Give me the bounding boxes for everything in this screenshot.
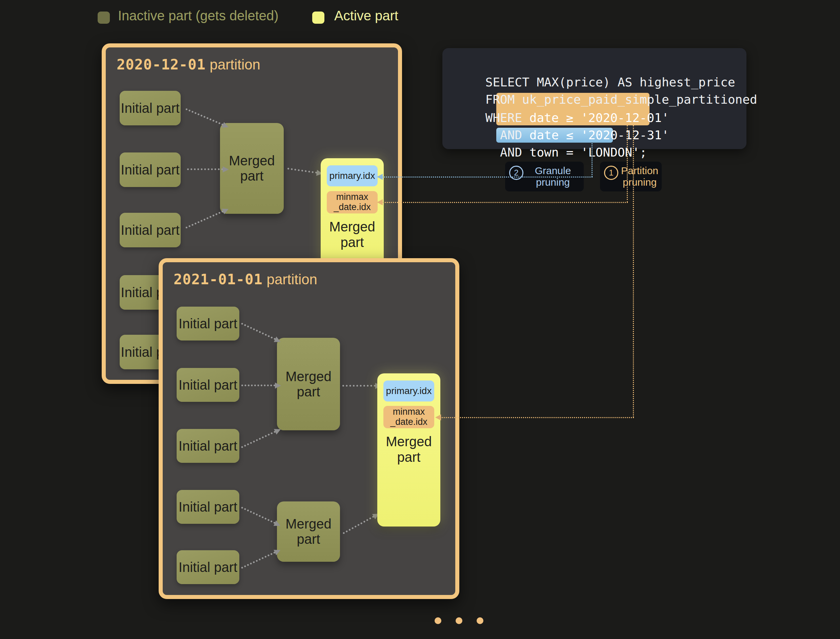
- partition-pruning-badge: 1 Partition pruning: [600, 162, 662, 191]
- active-merged-label: Merged part: [377, 434, 440, 465]
- minmax-idx-line2: _date.idx: [333, 202, 371, 213]
- partition-word: partition: [210, 57, 260, 73]
- merge-arrow: [287, 168, 317, 173]
- legend-active-swatch: [312, 11, 324, 24]
- merged-part-inactive: Merged part: [277, 338, 340, 430]
- merged-part-inactive: Merged part: [277, 501, 340, 562]
- initial-part: Initial part: [120, 91, 181, 126]
- step-1-circle-icon: 1: [604, 166, 618, 180]
- carousel-dot[interactable]: [435, 617, 442, 624]
- step-number: 2: [514, 168, 518, 178]
- partition-date: 2020-12-01: [116, 56, 206, 73]
- merge-arrow: [185, 108, 223, 126]
- diagram-canvas: Inactive part (gets deleted) Active part…: [0, 0, 840, 639]
- active-merged-label: Merged part: [321, 219, 384, 250]
- initial-part: Initial part: [177, 550, 239, 584]
- primary-idx-chip: primary.idx: [383, 380, 434, 402]
- partition-box-2021-01-01: 2021-01-01 partition Initial part Initia…: [159, 258, 459, 599]
- minmax-date-idx-chip: minmax _date.idx: [327, 191, 378, 213]
- merge-arrow: [241, 323, 276, 340]
- partition-pruning-line: [440, 417, 634, 418]
- initial-part: Initial part: [177, 490, 239, 524]
- initial-part: Initial part: [120, 213, 181, 247]
- merge-arrow: [343, 516, 374, 534]
- primary-idx-label: primary.idx: [386, 386, 432, 396]
- merge-arrow: [343, 385, 376, 386]
- legend-inactive-label: Inactive part (gets deleted): [118, 8, 279, 23]
- partition-date: 2021-01-01: [174, 271, 263, 288]
- partition-pruning-arrowhead-icon: [435, 414, 441, 420]
- carousel-dot[interactable]: [477, 617, 483, 624]
- partition-word: partition: [267, 272, 317, 287]
- active-merged-part: primary.idx minmax _date.idx Merged part: [377, 374, 440, 526]
- minmax-idx-line1: minmax: [336, 192, 368, 202]
- primary-idx-chip: primary.idx: [327, 165, 378, 186]
- initial-part: Initial part: [177, 429, 239, 463]
- initial-part: Initial part: [177, 368, 239, 402]
- primary-idx-label: primary.idx: [330, 170, 375, 181]
- partition-pruning-line: [383, 202, 628, 203]
- partition-pruning-line: [627, 126, 628, 202]
- sql-semicolon: ;: [640, 145, 647, 159]
- partition-pruning-arrowhead-icon: [377, 199, 383, 205]
- step-number: 1: [609, 168, 613, 178]
- initial-part: Initial part: [177, 307, 239, 340]
- merge-arrow: [241, 552, 276, 569]
- carousel-dot[interactable]: [456, 617, 462, 624]
- merge-arrow: [241, 431, 276, 448]
- merge-arrow: [187, 168, 223, 170]
- granule-pruning-line: [383, 176, 593, 178]
- granule-pruning-line: [591, 141, 593, 177]
- granule-pruning-arrowhead-icon: [377, 174, 383, 180]
- minmax-idx-line2: _date.idx: [390, 417, 427, 427]
- merge-arrow: [241, 385, 275, 386]
- legend-inactive-swatch: [98, 11, 110, 24]
- partition-title: 2021-01-01 partition: [174, 271, 317, 288]
- initial-part: Initial part: [120, 153, 181, 187]
- legend-active-label: Active part: [334, 8, 398, 23]
- partition-title: 2020-12-01 partition: [116, 56, 260, 73]
- step-2-circle-icon: 2: [509, 166, 523, 180]
- active-merged-part: primary.idx minmax _date.idx Merged part: [321, 158, 384, 270]
- merge-arrow: [185, 210, 224, 229]
- merged-part-inactive: Merged part: [220, 123, 284, 214]
- sql-and-keyword: AND: [485, 145, 529, 159]
- partition-pruning-line: [633, 126, 634, 417]
- minmax-date-idx-chip: minmax _date.idx: [383, 406, 434, 428]
- minmax-idx-line1: minmax: [393, 407, 425, 417]
- merge-arrow: [241, 507, 276, 524]
- sql-town-predicate: town = 'LONDON': [529, 145, 640, 159]
